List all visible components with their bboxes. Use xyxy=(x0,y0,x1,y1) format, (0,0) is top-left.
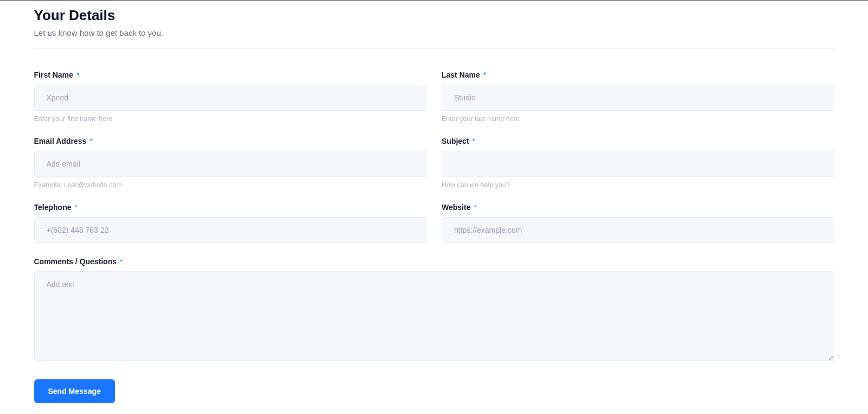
website-input[interactable] xyxy=(442,217,834,243)
subject-input[interactable] xyxy=(442,151,834,177)
first-name-input[interactable] xyxy=(34,85,427,111)
subject-label: Subject * xyxy=(442,137,834,145)
required-mark: * xyxy=(88,137,92,145)
form-actions: Send Message xyxy=(34,379,834,403)
comments-textarea[interactable] xyxy=(34,271,834,361)
subject-label-text: Subject xyxy=(442,137,469,145)
required-mark: * xyxy=(482,71,486,79)
website-label-text: Website xyxy=(442,203,470,212)
first-name-label: First Name * xyxy=(34,71,427,79)
required-mark: * xyxy=(471,137,475,145)
comments-group: Comments / Questions * xyxy=(34,257,834,363)
website-group: Website * xyxy=(442,203,834,243)
first-name-help: Enter your first name here xyxy=(34,115,427,123)
last-name-label-text: Last Name xyxy=(442,71,480,79)
last-name-group: Last Name * Enter your last name here xyxy=(442,71,834,123)
last-name-help: Enter your last name here xyxy=(442,115,834,123)
form-header: Your Details Let us know how to get back… xyxy=(34,7,834,49)
required-mark: * xyxy=(73,203,77,212)
email-help: Example: user@website.com xyxy=(34,181,427,189)
last-name-label: Last Name * xyxy=(442,71,834,79)
comments-label-text: Comments / Questions xyxy=(34,257,117,266)
send-message-button[interactable]: Send Message xyxy=(34,379,115,403)
subject-group: Subject * How can we help you? xyxy=(442,137,834,189)
subject-help: How can we help you? xyxy=(442,181,834,189)
required-mark: * xyxy=(473,203,476,212)
telephone-input[interactable] xyxy=(34,217,427,243)
telephone-group: Telephone * xyxy=(34,203,427,243)
website-label: Website * xyxy=(442,203,834,212)
page-title: Your Details xyxy=(34,7,834,24)
email-label-text: Email Address xyxy=(34,137,87,145)
first-name-label-text: First Name xyxy=(34,71,73,79)
first-name-group: First Name * Enter your first name here xyxy=(34,71,427,123)
last-name-input[interactable] xyxy=(442,85,834,111)
email-label: Email Address * xyxy=(34,137,427,145)
required-mark: * xyxy=(119,257,123,266)
email-input[interactable] xyxy=(34,151,427,177)
telephone-label: Telephone * xyxy=(34,203,427,212)
required-mark: * xyxy=(75,71,79,79)
email-group: Email Address * Example: user@website.co… xyxy=(34,137,427,189)
comments-label: Comments / Questions * xyxy=(34,257,834,266)
telephone-label-text: Telephone xyxy=(34,203,72,212)
page-subtitle: Let us know how to get back to you. xyxy=(34,28,834,37)
